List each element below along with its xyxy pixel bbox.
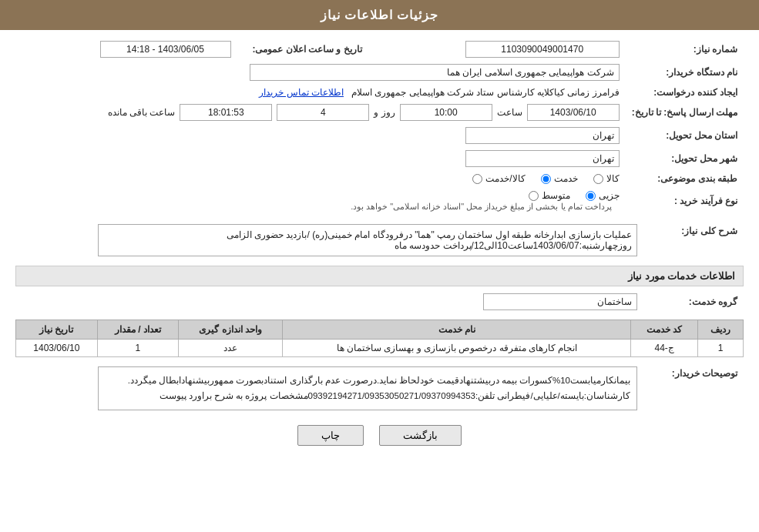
radio-jazee-item: جزیی <box>586 190 620 201</box>
radio-kala-item: کالا <box>593 173 620 184</box>
etelaat-khadamat-header: اطلاعات خدمات مورد نیاز <box>15 266 744 286</box>
radio-motevaset[interactable] <box>529 191 539 201</box>
grid-cell-tarikh: 1403/06/10 <box>16 340 98 357</box>
grooh-khedmat-value: ساختمان <box>15 290 643 313</box>
grid-header-name: نام خدمت <box>283 320 631 340</box>
tosihaat-table: توصیحات خریدار: بیمانکارمیابست10%کسورات … <box>15 363 744 413</box>
tabaghebandi-row: کالا/خدمت خدمت کالا <box>15 170 626 187</box>
nam-dastgah-input: شرکت هواپیمایی جمهوری اسلامی ایران هما <box>250 64 620 81</box>
sharh-koli-table: شرح کلی نیاز: عملیات بازسازی ابدارخانه ط… <box>15 221 744 259</box>
tarikh-label: تاریخ و ساعت اعلان عمومی: <box>237 38 368 61</box>
page-header: جزئیات اطلاعات نیاز <box>0 0 759 30</box>
radio-kala[interactable] <box>593 174 603 184</box>
mohlat-baqi-label: ساعت باقی مانده <box>108 107 176 118</box>
mohlat-row: 1403/06/10 ساعت 10:00 روز و 4 18:01:53 س… <box>15 101 626 124</box>
radio-jazee-label: جزیی <box>599 190 620 201</box>
radio-khedmat-item: خدمت <box>541 173 578 184</box>
mohlat-rooz-input: 4 <box>277 104 369 121</box>
buttons-row: بازگشت چاپ <box>15 425 744 446</box>
sharh-koli-value: عملیات بازسازی ابدارخانه طبقه اول ساختما… <box>15 221 643 259</box>
ijad-konande-link[interactable]: اطلاعات تماس خریدار <box>259 87 344 98</box>
grid-header-vahed: واحد اندازه گیری <box>179 320 283 340</box>
shomara-niaz-value: 1103090049001470 <box>368 38 626 61</box>
mohlat-label: مهلت ارسال پاسخ: تا تاریخ: <box>626 101 744 124</box>
grooh-khedmat-table: گروه خدمت: ساختمان <box>15 290 744 313</box>
grid-header-radif: ردیف <box>698 320 744 340</box>
ostan-input: تهران <box>465 127 620 144</box>
nooe-farayand-label: نوع فرآیند خرید : <box>626 187 744 215</box>
tosihaat-label: توصیحات خریدار: <box>643 363 744 413</box>
shahr-input: تهران <box>465 150 620 167</box>
ostan-label: استان محل تحویل: <box>626 124 744 147</box>
grid-cell-vahed: عدد <box>179 340 283 357</box>
mohlat-rooz-label: روز و <box>374 107 395 118</box>
radio-jazee[interactable] <box>586 191 596 201</box>
mohlat-baqi-input: 18:01:53 <box>180 104 272 121</box>
grid-header-tedad: تعداد / مقدار <box>97 320 179 340</box>
farayand-note: پرداخت تمام یا بخشی از مبلغ خریداز محل "… <box>351 202 612 211</box>
shomara-niaz-input: 1103090049001470 <box>465 41 620 58</box>
tabaghebandi-label: طبقه بندی موضوعی: <box>626 170 744 187</box>
mohlat-saat-label: ساعت <box>497 107 522 118</box>
mohlat-saat-input: 10:00 <box>400 104 492 121</box>
ijad-konande-value: فرامرز زمانی کیاکلایه کارشناس ستاد شرکت … <box>15 84 626 101</box>
shahr-value: تهران <box>15 147 626 170</box>
shahr-label: شهر محل تحویل: <box>626 147 744 170</box>
print-button[interactable]: چاپ <box>297 425 364 446</box>
grid-header-tarikh: تاریخ نیاز <box>16 320 98 340</box>
grooh-khedmat-input: ساختمان <box>483 293 637 310</box>
sharh-koli-label: شرح کلی نیاز: <box>643 221 744 259</box>
back-button[interactable]: بازگشت <box>379 425 462 446</box>
main-info-table: شماره نیاز: 1103090049001470 تاریخ و ساع… <box>15 38 744 215</box>
radio-kala-khedmat-item: کالا/خدمت <box>472 173 525 184</box>
table-row: 1 ج-44 انجام کارهای متفرقه درخصوص بازساز… <box>16 340 744 357</box>
grid-cell-radif: 1 <box>698 340 744 357</box>
ijad-konande-text: فرامرز زمانی کیاکلایه کارشناس ستاد شرکت … <box>351 87 620 98</box>
grid-cell-kod: ج-44 <box>631 340 698 357</box>
radio-kala-khedmat-label: کالا/خدمت <box>485 173 525 184</box>
shomara-niaz-label: شماره نیاز: <box>626 38 744 61</box>
grooh-khedmat-label: گروه خدمت: <box>643 290 744 313</box>
nam-dastgah-label: نام دستگاه خریدار: <box>626 61 744 84</box>
radio-motevaset-label: متوسط <box>542 190 570 201</box>
nam-dastgah-value: شرکت هواپیمایی جمهوری اسلامی ایران هما <box>15 61 626 84</box>
sharh-koli-box: عملیات بازسازی ابدارخانه طبقه اول ساختما… <box>98 224 637 256</box>
grid-cell-tedad: 1 <box>97 340 179 357</box>
nooe-farayand-row: متوسط جزیی پرداخت تمام یا بخشی از مبلغ خ… <box>15 187 626 215</box>
radio-kala-label: کالا <box>606 173 620 184</box>
tarikh-value: 1403/06/05 - 14:18 <box>15 38 237 61</box>
tarikh-input: 1403/06/05 - 14:18 <box>100 41 231 58</box>
page-title: جزئیات اطلاعات نیاز <box>321 8 439 22</box>
radio-khedmat[interactable] <box>541 174 551 184</box>
ostan-value: تهران <box>15 124 626 147</box>
tosihaat-box: بیمانکارمیابست10%کسورات بیمه دربیشتنهادق… <box>98 366 637 410</box>
services-grid: ردیف کد خدمت نام خدمت واحد اندازه گیری ت… <box>15 320 744 357</box>
ijad-konande-label: ایجاد کننده درخواست: <box>626 84 744 101</box>
radio-motevaset-item: متوسط <box>529 190 570 201</box>
radio-khedmat-label: خدمت <box>554 173 578 184</box>
grid-header-kod: کد خدمت <box>631 320 698 340</box>
grid-cell-name: انجام کارهای متفرقه درخصوص بازسازی و بهس… <box>283 340 631 357</box>
radio-kala-khedmat[interactable] <box>472 174 482 184</box>
tosihaat-value: بیمانکارمیابست10%کسورات بیمه دربیشتنهادق… <box>15 363 643 413</box>
mohlat-date-input: 1403/06/10 <box>527 104 620 121</box>
